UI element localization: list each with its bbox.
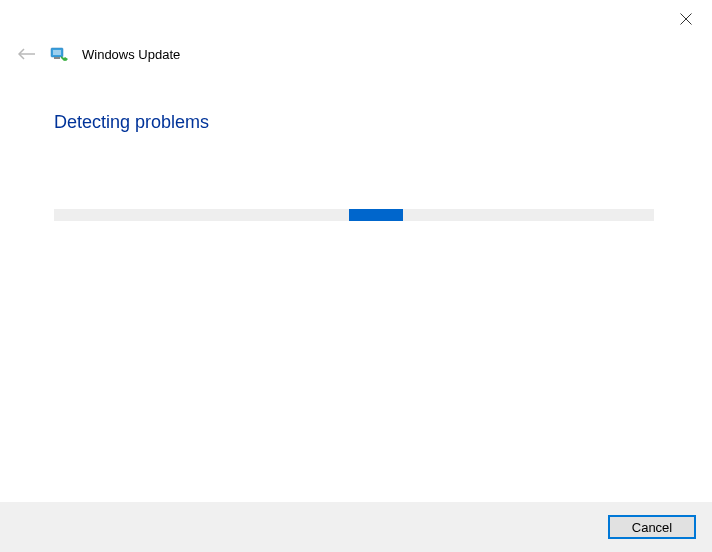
page-heading: Detecting problems	[54, 112, 209, 133]
footer: Cancel	[0, 502, 712, 552]
arrow-left-icon	[18, 47, 36, 61]
close-icon	[680, 13, 692, 25]
progress-fill	[349, 209, 403, 221]
titlebar	[0, 0, 712, 40]
header: Windows Update	[18, 46, 180, 62]
troubleshooter-icon	[50, 46, 68, 62]
back-button	[18, 47, 36, 61]
svg-rect-5	[54, 57, 60, 59]
progress-bar	[54, 209, 654, 221]
app-title: Windows Update	[82, 47, 180, 62]
svg-rect-4	[53, 50, 61, 55]
close-button[interactable]	[664, 4, 708, 34]
cancel-button[interactable]: Cancel	[608, 515, 696, 539]
